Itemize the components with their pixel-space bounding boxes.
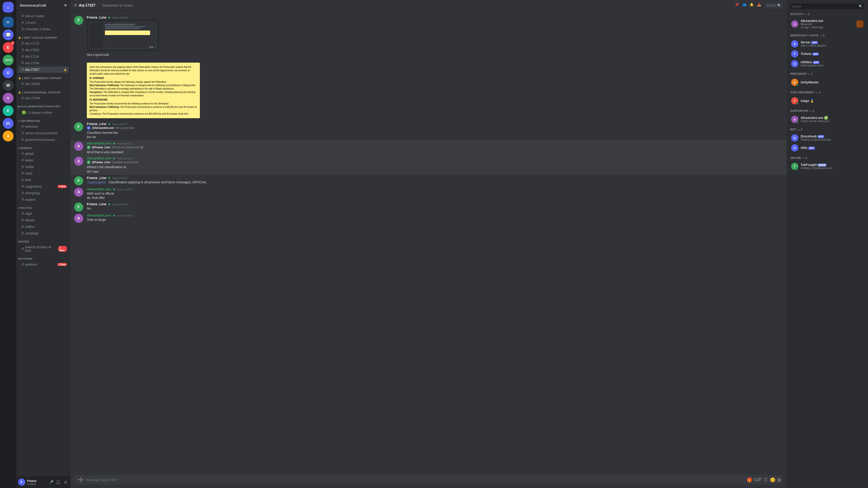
section-title-online: ONLINE — 1 [790,156,864,160]
channel-item-campaign[interactable]: # campaign [18,230,69,236]
channel-item-petitions[interactable]: # petitions 1 New [18,261,69,268]
server-icon-home[interactable]: ⌂ [3,2,13,13]
avatar: F [74,176,83,185]
server-icon-6[interactable]: W [3,80,13,91]
category-petitions[interactable]: petitions [16,254,70,261]
hash-icon: # [22,225,24,229]
category-politics[interactable]: | POLITICS [16,203,70,210]
gift-icon[interactable]: 🎁 [747,477,752,483]
channel-item-media[interactable]: # media [18,164,69,170]
message-text: All of that is very standard [87,150,783,155]
category-general[interactable]: | GENERAL [16,143,70,150]
channel-item-news[interactable]: # news [18,170,69,176]
server-icon-5[interactable]: U [3,67,13,78]
member-search[interactable]: Search 🔍 [790,4,864,9]
message-text: Not a good look [87,53,783,57]
gif-icon[interactable]: GIF [754,477,762,483]
server-icon-3-badge: 1 [11,41,14,45]
deafen-button[interactable]: 🎧 [55,479,62,485]
channel-mention-tag[interactable]: # epicfought-pr [87,181,107,185]
channel-item-support[interactable]: # support [18,196,69,203]
list-item[interactable]: A AlexanderLove Minecraft 1h ago · Retur… [790,18,864,30]
channel-item-suggestions[interactable]: # suggestions 7 New [18,183,69,190]
hash-icon: # [22,96,24,100]
channel-item-server-announcements[interactable]: # server-announcements [18,130,69,136]
channel-item-links[interactable]: # links [18,177,69,183]
channel-item-server-guide[interactable]: # Server Guide [18,13,69,19]
emoji-icon[interactable]: 😊 [770,477,776,483]
member-search-input[interactable]: Search [792,5,858,8]
channel-item-legal[interactable]: # legal [18,210,69,217]
category-parties[interactable]: parties [16,237,70,244]
channel-item-doc-16940[interactable]: # doc-16940 [18,81,69,87]
list-item[interactable]: T tukgn 🏅 [790,96,864,106]
server-icon-7[interactable]: N [3,93,13,103]
server-icon-8[interactable]: E [3,105,13,116]
member-name: Tickets APP [801,52,864,56]
table-row: F Given the seriousness and ongoing natu… [70,60,786,119]
add-attachment-button[interactable]: ➕ [78,477,84,483]
list-item[interactable]: A AlexanderLove ✅ Public transit enthusi… [790,115,864,124]
channel-item-debate[interactable]: # debate [18,217,69,223]
avatar: T [791,97,798,104]
sticker-icon[interactable]: 🗒 [764,477,768,483]
avatar: U [791,60,798,67]
inbox-icon[interactable]: 📥 [757,3,761,8]
channel-item-changelog[interactable]: # changelog [18,190,69,196]
category-dept-justice[interactable]: 🔒 | DEPT. JUSTICE SUPPORT [16,33,70,40]
channel-item-doj-17327[interactable]: # doj-17327 🔒 [18,66,69,73]
server-icon-democracycraft[interactable]: DC [3,17,13,28]
channel-item-twitter[interactable]: # twitter [18,157,69,163]
server-header[interactable]: DemocracyCraft ✕ [16,0,70,11]
category-information[interactable]: | | INFORMATION [16,116,70,123]
notification-icon[interactable]: 🔔 [750,3,753,8]
list-item[interactable]: T Tickets APP [790,49,864,59]
category-label: | DEPT. JUSTICE SUPPORT [22,36,57,39]
chat-header: # doj-17327 | Department of Justice 📌 👥 … [70,0,786,11]
server-icon-10[interactable]: + [3,131,13,141]
server-icon-2[interactable]: 💬 [3,29,13,40]
member-name: AlexanderLove [801,19,854,23]
channel-item-global[interactable]: # global [18,151,69,157]
channel-item-doj-17294[interactable]: # doj-17294 [18,60,69,66]
channel-item-doj-17029[interactable]: # doj-17029 [18,47,69,53]
channel-item-politics[interactable]: # politics [18,224,69,230]
list-item[interactable]: S Server APP with 11 other players! [790,39,864,49]
reply-preview: F @Freeze_Line Classified channel btw [87,161,783,164]
server-name: DemocracyCraft [20,3,46,7]
channel-item-1-event[interactable]: # 1 Event [18,20,69,26]
members-icon[interactable]: 👥 [742,3,746,8]
settings-button[interactable]: ⚙ [62,479,69,485]
channel-item-players-online[interactable]: 🟢 | 9 players online! [18,109,69,116]
channel-item-government-announcements[interactable]: # government-announc... [18,136,69,143]
search-box[interactable]: Search 🔍 [765,3,783,8]
list-item[interactable]: U Utilities APP Watching the news [790,59,864,69]
mute-button[interactable]: 🎤 [48,479,54,485]
category-dept-commerce[interactable]: 🔒 | DEPT. COMMERCE SUPPORT [16,73,70,80]
list-item[interactable]: T TukFought SNOW Clothing Commissions ar… [790,161,864,171]
message-author: Freeze_Line [87,202,106,206]
pin-icon[interactable]: 📌 [735,3,739,8]
channel-item-galactic-empire[interactable]: # Galactic Empire of Red... 1 New [18,244,69,254]
rail-divider [4,14,12,15]
server-icon-9[interactable]: DC [3,118,13,129]
server-icon-4[interactable]: GOTS [3,55,13,66]
channel-item-welcome[interactable]: # welcome [18,123,69,130]
apps-icon[interactable]: ⊞ [777,477,781,483]
table-row: A AlexanderLove Today at 08:37 F @Freeze… [70,155,786,175]
channel-item-con-17044[interactable]: # con-17044 [18,95,69,101]
channel-item-channels-roles[interactable]: # Channels & Roles [18,26,69,32]
category-congressional[interactable]: 🔒 | CONGRESSIONAL SUPPORT [16,87,70,95]
list-item[interactable]: O Ollie APP [790,143,864,153]
server-icon-3[interactable]: E 1 [3,42,13,53]
category-play[interactable]: ▶ PLAY.DEMOCRACYCRAFT.NET [16,101,70,109]
message-input[interactable] [86,475,745,484]
message-timestamp: Today at 08:37 [117,142,133,145]
channel-item-doj-11175[interactable]: # doj-11175 [18,40,69,46]
channel-item-doj-17124[interactable]: # doj-17124 [18,53,69,60]
table-row: F Freeze_Line Today at 08:37 A @Alexande… [70,121,786,140]
channel-list: # Server Guide # 1 Event # Channels & Ro… [16,11,70,476]
list-item[interactable]: D Discohook APP Playing at discohook.app [790,133,864,143]
list-item[interactable]: U UnityMaster [790,77,864,87]
online-dot [796,121,799,123]
